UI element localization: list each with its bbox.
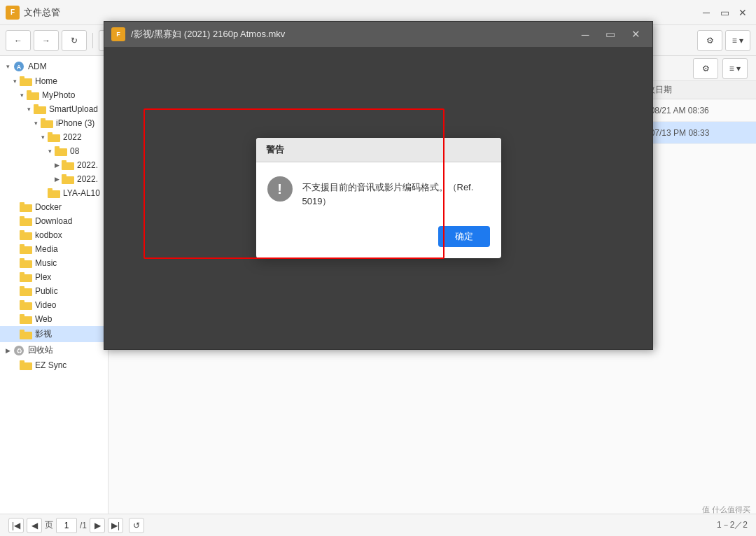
app-title: 文件总管 xyxy=(24,6,60,19)
folder-yingshi-icon xyxy=(20,330,32,339)
svg-rect-7 xyxy=(27,90,31,93)
svg-rect-4 xyxy=(20,78,32,86)
svg-rect-29 xyxy=(20,244,24,247)
media-close-button[interactable]: ✕ xyxy=(626,24,645,44)
content-settings-button[interactable]: ⚙ xyxy=(693,58,718,79)
folder-2022b-icon xyxy=(62,174,74,184)
sidebar-item-download-label: Download xyxy=(35,216,72,226)
sidebar-item-iphone[interactable]: ▾ iPhone (3) xyxy=(0,116,108,130)
folder-web-icon xyxy=(20,314,32,324)
settings-button[interactable]: ⚙ xyxy=(697,30,722,51)
dialog-box: 警告 ! 不支援目前的音讯或影片编码格式。（Ref. 5019） 确定 xyxy=(256,138,501,258)
back-button[interactable]: ← xyxy=(6,30,31,51)
minimize-button[interactable]: ─ xyxy=(699,5,714,20)
forward-button[interactable]: → xyxy=(34,30,59,51)
svg-rect-35 xyxy=(20,286,24,289)
sidebar-item-docker[interactable]: ▶ Docker xyxy=(0,200,108,214)
sidebar-item-smartupload[interactable]: ▾ SmartUpload xyxy=(0,102,108,116)
tree-arrow-recycle: ▶ xyxy=(3,346,13,355)
tree-arrow-2022a: ▶ xyxy=(52,160,62,170)
svg-rect-34 xyxy=(20,288,32,296)
sidebar-item-2022[interactable]: ▾ 2022 xyxy=(0,130,108,144)
sidebar-item-download[interactable]: ▶ Download xyxy=(0,214,108,228)
folder-2022a-icon xyxy=(62,160,74,170)
svg-rect-25 xyxy=(20,216,24,219)
dialog-overlay: 警告 ! 不支援目前的音讯或影片编码格式。（Ref. 5019） 确定 xyxy=(104,47,652,349)
close-button[interactable]: ✕ xyxy=(735,5,750,20)
media-title: /影视/黑寡妇 (2021) 2160p Atmos.mkv xyxy=(131,28,570,41)
svg-rect-27 xyxy=(20,230,24,233)
dialog-ok-button[interactable]: 确定 xyxy=(438,226,490,247)
sidebar-item-2022a[interactable]: ▶ 2022. xyxy=(0,158,108,172)
media-minimize-button[interactable]: ─ xyxy=(575,24,595,44)
dialog-warning-icon: ! xyxy=(267,176,293,202)
content-settings-icon: ⚙ xyxy=(702,64,710,73)
folder-public-icon xyxy=(20,286,32,296)
folder-home-icon xyxy=(20,76,32,86)
folder-2022-icon xyxy=(48,132,60,142)
refresh-button[interactable]: ↺ xyxy=(129,518,144,533)
folder-docker-icon xyxy=(20,202,32,212)
prev-page-button[interactable]: ◀ xyxy=(27,518,42,533)
maximize-button[interactable]: ▭ xyxy=(717,5,732,20)
sidebar-item-adm-label: ADM xyxy=(28,62,47,71)
sidebar-item-kodbox[interactable]: ▶ kodbox xyxy=(0,228,108,242)
svg-rect-19 xyxy=(62,174,66,177)
folder-lya-icon xyxy=(48,188,60,198)
dialog-body: ! 不支援目前的音讯或影片编码格式。（Ref. 5019） xyxy=(256,162,501,219)
sidebar-item-home[interactable]: ▾ Home xyxy=(0,74,108,88)
tree-arrow-iphone: ▾ xyxy=(31,118,41,128)
sidebar-item-plex[interactable]: ▶ Plex xyxy=(0,270,108,284)
pagination: |◀ ◀ 页 /1 ▶ ▶| xyxy=(8,518,123,533)
sidebar-item-recycle[interactable]: ▶ ♻ 回收站 xyxy=(0,342,108,358)
sidebar-item-media[interactable]: ▶ Media xyxy=(0,242,108,256)
folder-media-icon xyxy=(20,244,32,254)
sidebar-item-music-label: Music xyxy=(35,258,57,268)
sidebar-item-public[interactable]: ▶ Public xyxy=(0,284,108,298)
sidebar-item-2022a-label: 2022. xyxy=(77,160,98,170)
page-label: 页 xyxy=(45,519,53,531)
svg-rect-17 xyxy=(62,160,66,163)
sidebar-item-lya[interactable]: ▶ LYA-AL10 xyxy=(0,186,108,200)
svg-rect-38 xyxy=(20,316,32,324)
next-page-button[interactable]: ▶ xyxy=(90,518,105,533)
page-number-input[interactable] xyxy=(56,518,77,533)
sidebar-item-music[interactable]: ▶ Music xyxy=(0,256,108,270)
refresh-button[interactable]: ↻ xyxy=(62,30,87,51)
sidebar-item-2022b[interactable]: ▶ 2022. xyxy=(0,172,108,186)
sidebar-item-adm[interactable]: ▾ A ADM xyxy=(0,59,108,74)
svg-rect-21 xyxy=(48,188,52,191)
tree-arrow-08: ▾ xyxy=(45,146,55,156)
file-date-cell2: 21/07/13 PM 08:33 xyxy=(638,128,750,138)
content-view-icon: ≡ ▾ xyxy=(729,64,741,73)
sidebar-item-yingshi[interactable]: ▶ 影视 xyxy=(0,326,108,342)
svg-rect-16 xyxy=(62,162,74,170)
svg-rect-32 xyxy=(20,274,32,282)
file-date-cell: 22/08/21 AM 08:36 xyxy=(638,106,750,115)
content-view-button[interactable]: ≡ ▾ xyxy=(722,58,748,79)
media-maximize-button[interactable]: ▭ xyxy=(601,24,620,44)
sidebar-item-myphoto[interactable]: ▾ MyPhoto xyxy=(0,88,108,102)
svg-rect-8 xyxy=(34,106,46,114)
media-titlebar: F /影视/黑寡妇 (2021) 2160p Atmos.mkv ─ ▭ ✕ xyxy=(104,22,652,47)
sidebar-item-08[interactable]: ▾ 08 xyxy=(0,144,108,158)
sidebar-item-video[interactable]: ▶ Video xyxy=(0,298,108,312)
last-page-button[interactable]: ▶| xyxy=(108,518,123,533)
svg-rect-31 xyxy=(20,258,24,261)
svg-rect-44 xyxy=(20,362,32,370)
sidebar-item-2022-label: 2022 xyxy=(63,132,82,142)
svg-rect-18 xyxy=(62,176,74,184)
sidebar-item-web[interactable]: ▶ Web xyxy=(0,312,108,326)
sidebar-item-smartupload-label: SmartUpload xyxy=(49,104,98,114)
watermark: 值 什么值得买 xyxy=(702,505,750,515)
sidebar-item-ezsync[interactable]: ▶ EZ Sync xyxy=(0,358,108,372)
folder-myphoto-icon xyxy=(27,90,39,100)
tree-arrow-2022: ▾ xyxy=(38,132,48,142)
first-page-button[interactable]: |◀ xyxy=(8,518,24,533)
recycle-icon: ♻ xyxy=(13,345,25,356)
sidebar-item-kodbox-label: kodbox xyxy=(35,230,62,240)
view-button[interactable]: ≡ ▾ xyxy=(725,30,750,51)
adm-icon: A xyxy=(13,61,25,72)
svg-rect-39 xyxy=(20,314,24,317)
media-content: 警告 ! 不支援目前的音讯或影片编码格式。（Ref. 5019） 确定 xyxy=(104,47,652,349)
